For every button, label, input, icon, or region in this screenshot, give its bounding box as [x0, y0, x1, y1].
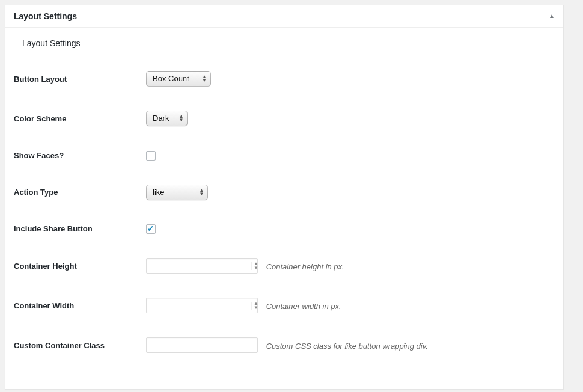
row-button-layout: Button Layout Box Count ▲▼ — [14, 59, 555, 99]
collapse-icon[interactable]: ▲ — [549, 13, 555, 19]
action-type-select[interactable]: like ▲▼ — [146, 185, 208, 200]
layout-settings-metabox: Layout Settings ▲ Layout Settings Button… — [5, 5, 564, 390]
button-layout-value: Box Count — [153, 72, 198, 86]
container-height-input[interactable] — [150, 259, 251, 272]
container-width-input[interactable] — [150, 299, 251, 312]
container-height-hint: Container height in px. — [266, 262, 344, 271]
number-stepper-icon[interactable]: ▲▼ — [251, 302, 260, 310]
select-stepper-icon: ▲▼ — [201, 75, 208, 82]
container-height-input-wrap: ▲▼ — [146, 258, 258, 274]
label-show-faces: Show Faces? — [14, 138, 146, 173]
label-button-layout: Button Layout — [14, 59, 146, 99]
label-container-height: Container Height — [14, 246, 146, 286]
label-action-type: Action Type — [14, 173, 146, 212]
color-scheme-select[interactable]: Dark ▲▼ — [146, 111, 188, 126]
action-type-value: like — [153, 185, 198, 200]
row-custom-class: Custom Container Class Custom CSS class … — [14, 325, 555, 365]
label-color-scheme: Color Scheme — [14, 99, 146, 138]
metabox-header[interactable]: Layout Settings ▲ — [5, 5, 563, 28]
row-show-faces: Show Faces? — [14, 138, 555, 173]
show-faces-checkbox[interactable] — [146, 151, 156, 161]
row-container-width: Container Width ▲▼ Container width in px… — [14, 286, 555, 325]
container-width-input-wrap: ▲▼ — [146, 298, 258, 313]
row-include-share: Include Share Button — [14, 212, 555, 247]
color-scheme-value: Dark — [153, 111, 177, 126]
panel-subheading: Layout Settings — [14, 35, 555, 52]
number-stepper-icon[interactable]: ▲▼ — [251, 262, 260, 270]
label-container-width: Container Width — [14, 286, 146, 325]
row-container-height: Container Height ▲▼ Container height in … — [14, 246, 555, 286]
select-stepper-icon: ▲▼ — [177, 115, 185, 122]
button-layout-select[interactable]: Box Count ▲▼ — [146, 71, 211, 87]
label-include-share: Include Share Button — [14, 212, 146, 247]
include-share-checkbox[interactable] — [146, 224, 156, 234]
panel-title: Layout Settings — [14, 11, 77, 21]
row-color-scheme: Color Scheme Dark ▲▼ — [14, 99, 555, 138]
label-custom-class: Custom Container Class — [14, 325, 146, 365]
row-action-type: Action Type like ▲▼ — [14, 173, 555, 212]
select-stepper-icon: ▲▼ — [198, 189, 206, 196]
container-width-hint: Container width in px. — [266, 302, 341, 311]
metabox-body: Layout Settings Button Layout Box Count … — [5, 28, 563, 389]
custom-class-input[interactable] — [146, 337, 258, 353]
settings-table: Button Layout Box Count ▲▼ Color Scheme … — [14, 59, 555, 365]
custom-class-hint: Custom CSS class for like button wrappin… — [266, 341, 428, 351]
